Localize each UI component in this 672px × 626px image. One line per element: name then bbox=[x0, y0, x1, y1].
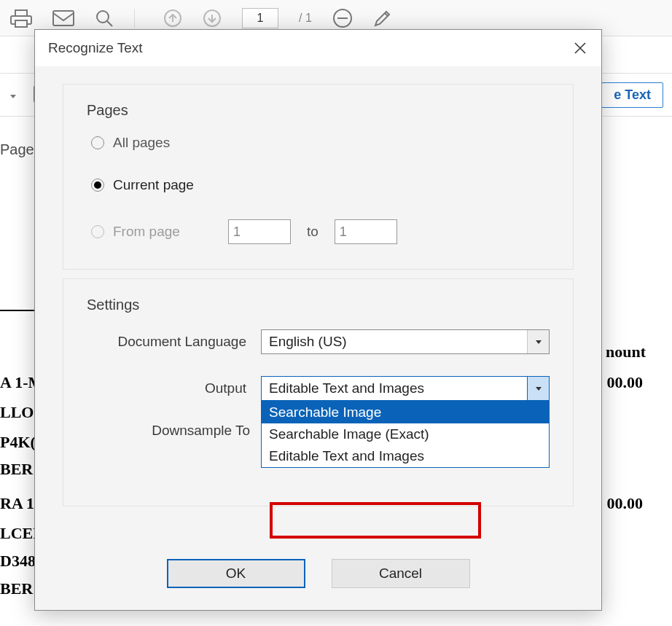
to-page-input[interactable] bbox=[335, 219, 397, 244]
fit-icon[interactable] bbox=[332, 8, 353, 28]
print-icon[interactable] bbox=[10, 9, 32, 28]
settings-group: Settings Document Language English (US) … bbox=[63, 278, 574, 506]
toolbar-divider bbox=[134, 9, 143, 28]
radio-icon bbox=[91, 136, 104, 149]
dialog-title: Recognize Text bbox=[48, 40, 569, 56]
language-value: English (US) bbox=[262, 334, 527, 350]
dropdown-caret-icon[interactable] bbox=[9, 88, 16, 101]
current-page-label: Current page bbox=[113, 177, 194, 193]
bg-doc-header: nount bbox=[606, 343, 646, 361]
settings-group-title: Settings bbox=[87, 297, 550, 313]
svg-point-1 bbox=[97, 11, 109, 23]
output-combo[interactable]: Editable Text and Images Searchable Imag… bbox=[261, 376, 550, 401]
svg-rect-0 bbox=[53, 11, 74, 26]
ok-button[interactable]: OK bbox=[167, 559, 305, 588]
down-arrow-icon[interactable] bbox=[203, 9, 222, 28]
output-value: Editable Text and Images bbox=[262, 380, 527, 396]
pages-group: Pages All pages Current page From page t… bbox=[63, 84, 574, 270]
cancel-button[interactable]: Cancel bbox=[332, 559, 470, 588]
output-option-editable[interactable]: Editable Text and Images bbox=[262, 445, 549, 467]
dialog-body: Pages All pages Current page From page t… bbox=[35, 66, 601, 559]
output-label: Output bbox=[87, 380, 261, 396]
bg-doc-line: BER: bbox=[0, 579, 39, 598]
from-page-input[interactable] bbox=[228, 219, 291, 244]
from-page-radio[interactable]: From page to bbox=[91, 219, 550, 244]
up-arrow-icon[interactable] bbox=[163, 9, 182, 28]
radio-icon bbox=[91, 179, 104, 192]
downsample-label: Downsample To bbox=[87, 423, 265, 439]
bg-doc-value: 00.00 bbox=[607, 373, 644, 392]
bg-doc-line: D348 bbox=[0, 552, 36, 571]
bg-doc-value: 00.00 bbox=[607, 494, 644, 513]
bg-hr bbox=[0, 310, 35, 311]
output-row: Output Editable Text and Images Searchab… bbox=[87, 376, 550, 401]
mail-icon[interactable] bbox=[52, 10, 74, 26]
recognize-text-button[interactable]: e Text bbox=[601, 82, 663, 108]
page-number-input[interactable] bbox=[242, 8, 278, 28]
language-combo[interactable]: English (US) bbox=[261, 329, 550, 354]
search-icon[interactable] bbox=[95, 9, 114, 28]
close-icon bbox=[574, 42, 587, 55]
close-button[interactable] bbox=[569, 37, 591, 59]
to-label: to bbox=[307, 224, 319, 240]
current-page-radio[interactable]: Current page bbox=[91, 177, 550, 193]
pencil-icon[interactable] bbox=[373, 9, 392, 28]
from-page-label: From page bbox=[113, 224, 180, 240]
dialog-buttons: OK Cancel bbox=[35, 559, 601, 610]
output-dropdown-list: Searchable Image Searchable Image (Exact… bbox=[261, 401, 550, 468]
radio-icon bbox=[91, 225, 104, 238]
all-pages-label: All pages bbox=[113, 135, 170, 151]
chevron-down-icon bbox=[527, 377, 549, 400]
dialog-titlebar: Recognize Text bbox=[35, 30, 601, 66]
recognize-text-dialog: Recognize Text Pages All pages Current p… bbox=[34, 29, 602, 611]
all-pages-radio[interactable]: All pages bbox=[91, 135, 550, 151]
language-label: Document Language bbox=[87, 334, 261, 350]
chevron-down-icon bbox=[527, 330, 549, 353]
page-sep: / 1 bbox=[299, 12, 312, 25]
page-tools-label: Page bbox=[0, 141, 34, 158]
language-row: Document Language English (US) bbox=[87, 329, 550, 354]
pages-group-title: Pages bbox=[87, 102, 550, 119]
output-option-searchable-exact[interactable]: Searchable Image (Exact) bbox=[262, 423, 549, 445]
bg-doc-line: BER: bbox=[0, 460, 39, 479]
annotation-highlight-box bbox=[270, 502, 481, 539]
bg-doc-line: LLO( bbox=[0, 403, 39, 422]
output-option-searchable-image[interactable]: Searchable Image bbox=[262, 402, 549, 423]
bg-doc-line: P4K( bbox=[0, 433, 36, 452]
